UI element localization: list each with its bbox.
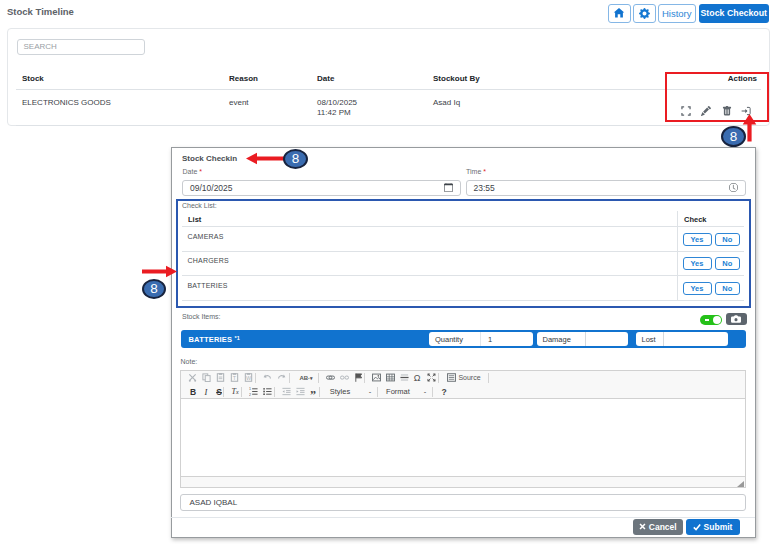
svg-text:1: 1: [249, 387, 251, 391]
svg-text:W: W: [245, 375, 251, 381]
svg-text:2: 2: [249, 393, 251, 396]
svg-text:T: T: [232, 375, 236, 381]
